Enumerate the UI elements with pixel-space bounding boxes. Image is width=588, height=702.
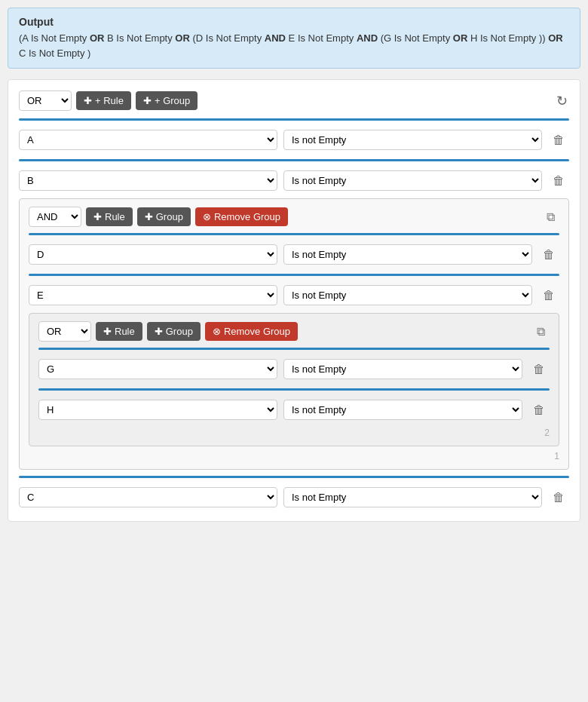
builder-container: OR AND ✚ + Rule ✚ + Group ↻ ABCDEFGH Is … — [8, 79, 580, 522]
rule-e-field-select[interactable]: EABCDFGH — [29, 285, 277, 305]
rule-g-delete-button[interactable]: 🗑 — [528, 361, 550, 378]
rule-h-delete-button[interactable]: 🗑 — [528, 402, 550, 418]
nested-group-label: 2 — [38, 428, 550, 438]
rule-g-field-select[interactable]: GABCDEFH — [38, 359, 277, 379]
group-and: ANDOR ✚ Rule ✚ Group ⊗ Remove Group ⧉ DA… — [19, 198, 569, 470]
group-or-nested-operator-select[interactable]: ORAND — [38, 321, 91, 342]
minus-circle-icon: ⊗ — [203, 211, 211, 222]
rule-d-condition-select[interactable]: Is not EmptyIs EmptyEqualsNot EqualsCont… — [283, 244, 532, 265]
rule-e-delete-button[interactable]: 🗑 — [538, 287, 559, 304]
rule-b-field-select[interactable]: BACDEFGH — [19, 170, 277, 191]
output-box: Output (A Is Not Empty OR B Is Not Empty… — [8, 8, 580, 69]
root-toolbar: OR AND ✚ + Rule ✚ + Group ↻ — [19, 90, 569, 111]
rule-h-field-select[interactable]: HABCDEFG — [38, 400, 277, 420]
rule-d-delete-button[interactable]: 🗑 — [538, 247, 559, 263]
plus-icon: ✚ — [155, 326, 163, 337]
group-or-nested-remove-group-button[interactable]: ⊗ Remove Group — [205, 322, 298, 341]
group-and-separator-de — [29, 274, 559, 276]
group-or-nested-add-rule-button[interactable]: ✚ Rule — [96, 322, 142, 341]
minus-circle-icon: ⊗ — [213, 326, 221, 337]
group-and-operator-select[interactable]: ANDOR — [29, 207, 81, 227]
table-row: ABCDEFGH Is not EmptyIs EmptyEqualsNot E… — [19, 127, 569, 153]
group-and-separator-top — [29, 233, 559, 235]
root-operator-select[interactable]: OR AND — [19, 90, 72, 111]
group-or-nested-copy-button[interactable]: ⧉ — [532, 323, 550, 340]
rule-c-condition-select[interactable]: Is not EmptyIs EmptyEqualsNot EqualsCont… — [283, 487, 542, 507]
group-and-add-group-button[interactable]: ✚ Group — [137, 207, 191, 226]
rule-a-condition-select[interactable]: Is not EmptyIs EmptyEqualsNot EqualsCont… — [283, 130, 542, 150]
root-add-rule-button[interactable]: ✚ + Rule — [76, 91, 131, 110]
group-and-copy-button[interactable]: ⧉ — [542, 209, 559, 225]
table-row: EABCDFGH Is not EmptyIs EmptyEqualsNot E… — [29, 282, 559, 308]
group-or-nested-separator-gh — [38, 388, 550, 391]
group-or-nested-header: ORAND ✚ Rule ✚ Group ⊗ Remove Group ⧉ — [38, 321, 550, 342]
refresh-button[interactable]: ↻ — [555, 91, 569, 111]
rule-b-condition-select[interactable]: Is not EmptyIs EmptyEqualsNot EqualsCont… — [283, 170, 542, 191]
rule-c-delete-button[interactable]: 🗑 — [548, 489, 569, 506]
plus-icon: ✚ — [143, 95, 152, 106]
group-and-header: ANDOR ✚ Rule ✚ Group ⊗ Remove Group ⧉ — [29, 207, 559, 227]
rule-b-delete-button[interactable]: 🗑 — [548, 173, 569, 189]
table-row: DABCEFGH Is not EmptyIs EmptyEqualsNot E… — [29, 241, 559, 268]
separator-ab — [19, 159, 569, 161]
plus-icon: ✚ — [93, 211, 102, 222]
rule-d-field-select[interactable]: DABCEFGH — [29, 244, 277, 265]
plus-icon: ✚ — [84, 95, 92, 106]
root-separator — [19, 118, 569, 121]
group-and-remove-group-button[interactable]: ⊗ Remove Group — [195, 207, 288, 226]
table-row: CABDEFGH Is not EmptyIs EmptyEqualsNot E… — [19, 484, 569, 510]
root-separator-bottom — [19, 476, 569, 478]
table-row: HABCDEFG Is not EmptyIs EmptyEqualsNot E… — [38, 397, 550, 423]
plus-icon: ✚ — [103, 326, 112, 337]
output-text: (A Is Not Empty OR B Is Not Empty OR (D … — [19, 31, 569, 60]
group-or-nested-separator-top — [38, 348, 550, 350]
rule-g-condition-select[interactable]: Is not EmptyIs EmptyEqualsNot EqualsCont… — [283, 359, 522, 379]
rule-a-field-select[interactable]: ABCDEFGH — [19, 130, 277, 150]
group-and-label: 1 — [29, 451, 559, 461]
group-or-nested-add-group-button[interactable]: ✚ Group — [147, 322, 201, 341]
plus-icon: ✚ — [145, 211, 153, 222]
rule-a-delete-button[interactable]: 🗑 — [548, 132, 569, 149]
group-and-add-rule-button[interactable]: ✚ Rule — [86, 207, 133, 226]
rule-h-condition-select[interactable]: Is not EmptyIs EmptyEqualsNot EqualsCont… — [283, 400, 522, 420]
rule-c-field-select[interactable]: CABDEFGH — [19, 487, 277, 507]
rule-e-condition-select[interactable]: Is not EmptyIs EmptyEqualsNot EqualsCont… — [283, 285, 532, 305]
group-or-nested: ORAND ✚ Rule ✚ Group ⊗ Remove Group ⧉ — [29, 313, 559, 446]
output-title: Output — [19, 16, 569, 28]
root-add-group-button[interactable]: ✚ + Group — [136, 91, 198, 110]
table-row: GABCDEFH Is not EmptyIs EmptyEqualsNot E… — [38, 356, 550, 382]
table-row: BACDEFGH Is not EmptyIs EmptyEqualsNot E… — [19, 167, 569, 194]
